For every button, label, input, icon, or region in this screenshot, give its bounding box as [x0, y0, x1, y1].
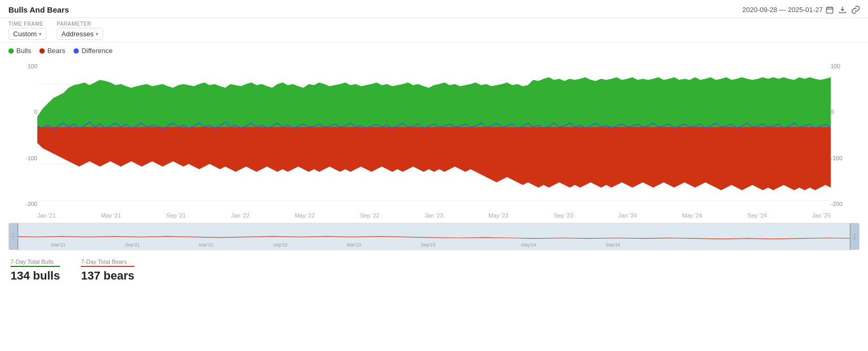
stat-bears-underline — [81, 266, 135, 267]
y-label-right-neg100: -100 — [831, 155, 842, 161]
stat-bulls-label: 7-Day Total Bulls — [11, 259, 60, 265]
y-label-neg200: -200 — [26, 201, 37, 207]
bulls-dot — [8, 48, 14, 54]
x-label-sep24: Sep '24 — [748, 212, 767, 219]
y-label-right-neg200: -200 — [831, 201, 842, 207]
y-label-right-100: 100 — [831, 63, 840, 69]
stat-bulls: 7-Day Total Bulls 134 bulls — [11, 259, 60, 283]
y-label-neg100: -100 — [26, 155, 37, 161]
x-label-sep22: Sep '22 — [360, 212, 379, 219]
svg-text:Sep'24: Sep'24 — [606, 242, 621, 247]
minimap-svg: Mar'21 Sep'21 Mar'22 Sep'22 Mar'23 Sep'2… — [9, 223, 859, 250]
main-chart: 100 0 -100 -200 100 0 -100 -200 — [8, 59, 860, 211]
bulls-area — [37, 77, 831, 127]
timeframe-chevron-icon: ▾ — [39, 31, 42, 37]
x-label-jan25: Jan '25 — [812, 212, 831, 219]
timeframe-label: TIME FRAME — [8, 21, 46, 27]
stat-bears-label: 7-Day Total Bears — [81, 259, 135, 265]
minimap: ⋮ ⋮ Mar'21 Sep'21 Mar'22 Sep'22 Mar'23 S… — [8, 223, 860, 250]
timeframe-control: TIME FRAME Custom ▾ — [8, 21, 46, 40]
page-header: Bulls And Bears 2020-09-28 — 2025-01-27 — [0, 0, 868, 18]
legend-item-bulls: Bulls — [8, 47, 31, 55]
legend-label-difference: Difference — [81, 47, 112, 55]
svg-text:Sep'23: Sep'23 — [421, 242, 436, 247]
parameter-chevron-icon: ▾ — [96, 31, 98, 37]
date-range: 2020-09-28 — 2025-01-27 — [742, 6, 833, 14]
handle-left-icon: ⋮ — [10, 233, 16, 240]
x-axis: Jan '21 May '21 Sep '21 Jan '22 May '22 … — [8, 211, 860, 220]
legend-item-bears: Bears — [39, 47, 65, 55]
y-axis-left: 100 0 -100 -200 — [8, 59, 37, 211]
legend-label-bears: Bears — [47, 47, 65, 55]
timeframe-select[interactable]: Custom ▾ — [8, 28, 46, 40]
minimap-handle-right[interactable]: ⋮ — [850, 223, 859, 250]
download-icon[interactable] — [839, 6, 846, 14]
parameter-control: PARAMETER Addresses ▾ — [57, 21, 103, 40]
controls-bar: TIME FRAME Custom ▾ PARAMETER Addresses … — [0, 18, 868, 43]
y-axis-right: 100 0 -100 -200 — [831, 59, 860, 211]
y-label-right-0: 0 — [831, 109, 834, 115]
link-icon[interactable] — [852, 6, 860, 14]
minimap-handle-left[interactable]: ⋮ — [9, 223, 18, 250]
legend-item-difference: Difference — [74, 47, 112, 55]
svg-text:Mar'23: Mar'23 — [347, 242, 361, 247]
legend-label-bulls: Bulls — [16, 47, 31, 55]
x-label-may22: May '22 — [295, 212, 315, 219]
difference-dot — [74, 48, 79, 54]
stat-bears: 7-Day Total Bears 137 bears — [81, 259, 135, 283]
x-label-may21: May '21 — [101, 212, 121, 219]
stat-bulls-value: 134 bulls — [11, 269, 60, 283]
x-label-sep21: Sep '21 — [167, 212, 186, 219]
x-label-sep23: Sep '23 — [554, 212, 573, 219]
parameter-select[interactable]: Addresses ▾ — [57, 28, 103, 40]
parameter-label: PARAMETER — [57, 21, 103, 27]
svg-rect-0 — [826, 7, 833, 13]
svg-text:Mar'22: Mar'22 — [199, 242, 213, 247]
handle-right-icon: ⋮ — [852, 233, 858, 240]
stat-bulls-underline — [11, 266, 60, 267]
y-label-100: 100 — [28, 63, 37, 69]
header-right: 2020-09-28 — 2025-01-27 — [742, 6, 860, 14]
x-label-may24: May '24 — [682, 212, 702, 219]
chart-legend: Bulls Bears Difference — [0, 43, 868, 59]
bears-dot — [39, 48, 45, 54]
stat-bears-value: 137 bears — [81, 269, 135, 283]
svg-text:Sep'22: Sep'22 — [273, 242, 287, 247]
timeframe-value: Custom — [13, 30, 37, 38]
calendar-icon[interactable] — [826, 6, 833, 14]
chart-svg — [37, 59, 831, 211]
parameter-value: Addresses — [61, 30, 94, 38]
page-title: Bulls And Bears — [8, 5, 69, 14]
x-label-jan22: Jan '22 — [231, 212, 250, 219]
stats-section: 7-Day Total Bulls 134 bulls 7-Day Total … — [0, 253, 868, 287]
bears-area — [37, 127, 831, 190]
svg-text:May'24: May'24 — [521, 242, 536, 247]
x-label-jan23: Jan '23 — [425, 212, 443, 219]
x-label-may23: May '23 — [489, 212, 509, 219]
date-range-text: 2020-09-28 — 2025-01-27 — [742, 6, 823, 14]
x-label-jan24: Jan '24 — [618, 212, 637, 219]
svg-text:Sep'21: Sep'21 — [125, 242, 140, 247]
x-label-jan21: Jan '21 — [37, 212, 56, 219]
svg-text:Mar'21: Mar'21 — [51, 242, 65, 247]
